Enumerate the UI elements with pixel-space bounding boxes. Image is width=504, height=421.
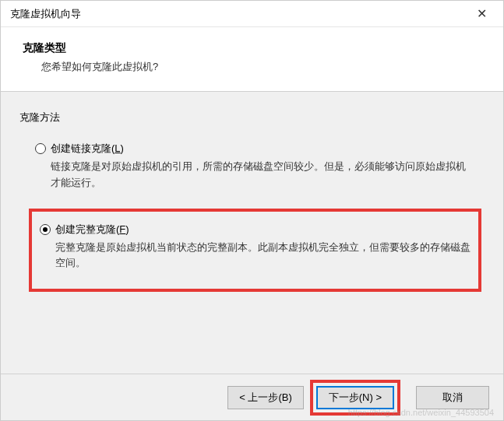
radio-option-linked[interactable]: 创建链接克隆(L) 链接克隆是对原始虚拟机的引用，所需的存储磁盘空间较少。但是，… — [32, 139, 485, 195]
radio-row: 创建完整克隆(F) — [40, 223, 471, 237]
highlighted-option-box: 创建完整克隆(F) 完整克隆是原始虚拟机当前状态的完整副本。此副本虚拟机完全独立… — [29, 209, 481, 293]
titlebar: 克隆虚拟机向导 ✕ — [1, 1, 503, 27]
radio-desc-linked: 链接克隆是对原始虚拟机的引用，所需的存储磁盘空间较少。但是，必须能够访问原始虚拟… — [51, 159, 471, 191]
close-button[interactable]: ✕ — [466, 3, 497, 25]
content-area: 克隆方法 创建链接克隆(L) 链接克隆是对原始虚拟机的引用，所需的存储磁盘空间较… — [1, 92, 503, 374]
radio-row: 创建链接克隆(L) — [35, 142, 481, 156]
highlighted-button-box: 下一步(N) > — [310, 380, 400, 416]
radio-desc-full: 完整克隆是原始虚拟机当前状态的完整副本。此副本虚拟机完全独立，但需要较多的存储磁… — [55, 240, 471, 272]
radio-label-linked: 创建链接克隆(L) — [51, 142, 124, 156]
window-title: 克隆虚拟机向导 — [10, 7, 81, 21]
radio-indicator-icon — [40, 224, 51, 235]
back-button[interactable]: < 上一步(B) — [227, 386, 304, 409]
section-label: 克隆方法 — [19, 111, 485, 125]
wizard-dialog: 克隆虚拟机向导 ✕ 克隆类型 您希望如何克隆此虚拟机? 克隆方法 创建链接克隆(… — [0, 0, 504, 421]
radio-label-full: 创建完整克隆(F) — [55, 223, 129, 237]
next-button[interactable]: 下一步(N) > — [316, 386, 394, 409]
radio-indicator-icon — [35, 143, 46, 154]
header-section: 克隆类型 您希望如何克隆此虚拟机? — [1, 27, 503, 92]
radio-option-full[interactable]: 创建完整克隆(F) 完整克隆是原始虚拟机当前状态的完整副本。此副本虚拟机完全独立… — [37, 219, 474, 275]
header-title: 克隆类型 — [23, 41, 481, 55]
button-bar: < 上一步(B) 下一步(N) > 取消 — [1, 374, 503, 420]
header-subtitle: 您希望如何克隆此虚拟机? — [23, 60, 481, 74]
close-icon: ✕ — [477, 6, 487, 21]
cancel-button[interactable]: 取消 — [416, 386, 489, 409]
